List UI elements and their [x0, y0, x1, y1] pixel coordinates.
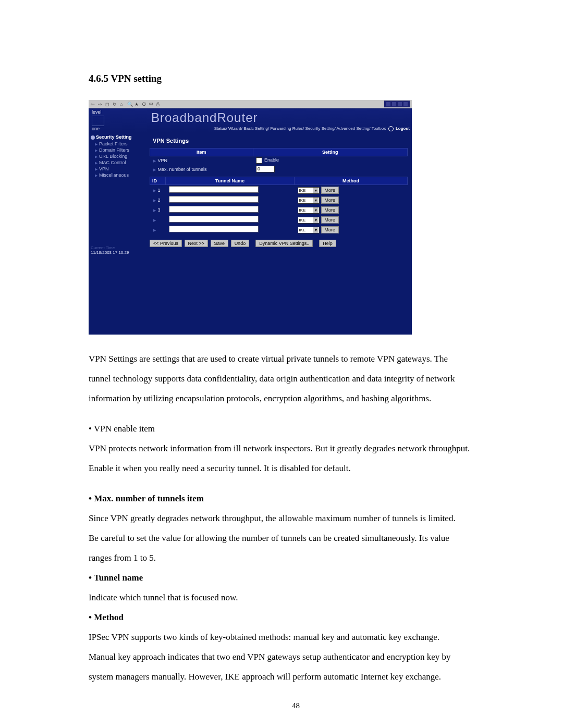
- history-icon[interactable]: ⏱: [142, 102, 147, 107]
- row-arrow-icon: ▶: [153, 208, 156, 212]
- row-arrow-icon: ▶: [153, 189, 156, 192]
- row-arrow-icon: ▶: [153, 199, 156, 202]
- body-line: IPSec VPN supports two kinds of key-obta…: [89, 628, 503, 646]
- more-button[interactable]: More: [321, 196, 339, 204]
- document-page: 4.6.5 VPN setting ⇦ ⇨ ◻ ↻ ⌂ 🔍 ★ ⏱ ✉ ⎙: [0, 0, 563, 728]
- tunnel-row: ▶ IKEMore: [150, 215, 408, 225]
- nav-forwarding[interactable]: Forwarding Rules/: [270, 126, 304, 131]
- logout-radio-icon[interactable]: [388, 126, 394, 131]
- next-button[interactable]: Next >>: [185, 240, 209, 247]
- intro-line: information by utilizing encapsulation p…: [89, 390, 503, 408]
- flag-icon: [386, 102, 390, 106]
- col-item: Item: [150, 149, 253, 156]
- col-id: ID: [150, 177, 166, 185]
- max-tunnels-input[interactable]: 0: [256, 166, 275, 172]
- bullet-method: • Method: [89, 609, 503, 626]
- section-title-text: VPN setting: [111, 73, 162, 84]
- logo: level one: [92, 109, 104, 131]
- dynamic-vpn-button[interactable]: Dynamic VPN Settings..: [255, 240, 313, 247]
- mail-icon[interactable]: ✉: [149, 102, 154, 107]
- tunnels-table: ID Tunnel Name Method ▶1 IKEMore ▶2 IKEM…: [150, 177, 408, 235]
- sidebar-item-vpn[interactable]: ▶VPN: [95, 166, 145, 171]
- method-select[interactable]: IKE: [298, 207, 320, 214]
- method-select[interactable]: IKE: [298, 187, 320, 194]
- save-button[interactable]: Save: [211, 240, 229, 247]
- body-line: Enable it when you really need a securit…: [89, 460, 503, 477]
- top-nav: Status/ Wizard/ Basic Setting/ Forwardin…: [214, 126, 410, 131]
- more-button[interactable]: More: [321, 187, 339, 194]
- tunnel-name-input[interactable]: [169, 216, 259, 223]
- chevron-icon: ▶: [95, 142, 97, 146]
- sidebar-item-url-blocking[interactable]: ▶URL Blocking: [95, 154, 145, 159]
- sidebar-item-label: Miscellaneous: [99, 172, 129, 178]
- method-select[interactable]: IKE: [298, 197, 320, 204]
- home-icon[interactable]: ⌂: [120, 102, 125, 107]
- row-vpn: ▶VPN Enable: [150, 156, 408, 165]
- search-icon[interactable]: 🔍: [127, 102, 132, 107]
- sidebar-item-label: Packet Filters: [99, 141, 128, 146]
- button-bar: << Previous Next >> Save Undo Dynamic VP…: [150, 240, 408, 247]
- logo-box-icon: [92, 116, 104, 126]
- tunnel-id: 2: [158, 198, 161, 203]
- sidebar-item-miscellaneous[interactable]: ▶Miscellaneous: [95, 172, 145, 178]
- more-button[interactable]: More: [321, 206, 339, 214]
- nav-security[interactable]: Security Setting/: [305, 126, 336, 131]
- router-body: Security Setting ▶Packet Filters ▶Domain…: [89, 132, 412, 335]
- minimize-icon[interactable]: [392, 102, 396, 106]
- more-button[interactable]: More: [321, 216, 339, 224]
- nav-basic[interactable]: Basic Setting/: [243, 126, 269, 131]
- close-icon[interactable]: [403, 102, 408, 106]
- nav-status[interactable]: Status/: [214, 126, 227, 131]
- chevron-icon: ▶: [95, 155, 97, 158]
- favorites-icon[interactable]: ★: [134, 102, 140, 107]
- vpn-enable-checkbox[interactable]: [256, 157, 262, 164]
- current-time-label: Current Time: [91, 245, 145, 250]
- row-max-tunnels: ▶Max. number of tunnels 0: [150, 165, 408, 174]
- stop-icon[interactable]: ◻: [105, 102, 111, 107]
- sidebar-item-label: Domain Filters: [99, 147, 129, 153]
- body-text: VPN Settings are settings that are used …: [89, 350, 503, 686]
- page-number: 48: [89, 701, 503, 710]
- maximize-icon[interactable]: [398, 102, 402, 106]
- more-button[interactable]: More: [321, 226, 339, 233]
- intro-line: tunnel technology supports data confiden…: [89, 370, 503, 388]
- body-line: Since VPN greatly degrades network throu…: [89, 510, 503, 527]
- undo-button[interactable]: Undo: [231, 240, 250, 247]
- nav-logout[interactable]: Logout: [396, 126, 410, 131]
- col-method: Method: [295, 177, 408, 185]
- window-control-bar: [384, 101, 410, 107]
- nav-toolbox[interactable]: Toolbox: [372, 126, 386, 131]
- sidebar-item-mac-control[interactable]: ▶MAC Control: [95, 160, 145, 165]
- page-title: VPN Settings: [153, 138, 408, 144]
- chevron-icon: ▶: [95, 167, 97, 171]
- nav-wizard[interactable]: Wizard/: [228, 126, 242, 131]
- body-line: system managers manually. However, IKE a…: [89, 668, 503, 686]
- sidebar-item-domain-filters[interactable]: ▶Domain Filters: [95, 147, 145, 153]
- row-arrow-icon: ▶: [153, 228, 156, 232]
- sidebar-item-label: VPN: [99, 166, 109, 171]
- settings-table: Item Setting ▶VPN Enable ▶Max. number of…: [150, 148, 408, 174]
- help-button[interactable]: Help: [319, 240, 336, 247]
- back-icon[interactable]: ⇦: [91, 102, 96, 107]
- main-panel: VPN Settings Item Setting ▶VPN Enable ▶M…: [148, 132, 412, 335]
- sidebar-category[interactable]: Security Setting: [91, 134, 145, 140]
- tunnel-row: ▶ IKEMore: [150, 225, 408, 235]
- nav-advanced[interactable]: Advanced Setting/: [337, 126, 371, 131]
- sidebar-item-packet-filters[interactable]: ▶Packet Filters: [95, 141, 145, 146]
- browser-toolbar: ⇦ ⇨ ◻ ↻ ⌂ 🔍 ★ ⏱ ✉ ⎙: [89, 100, 412, 108]
- tunnel-name-input[interactable]: [169, 186, 259, 193]
- tunnel-name-input[interactable]: [169, 206, 259, 213]
- refresh-icon[interactable]: ↻: [113, 102, 118, 107]
- tunnel-name-input[interactable]: [169, 196, 259, 203]
- forward-icon[interactable]: ⇨: [98, 102, 103, 107]
- previous-button[interactable]: << Previous: [150, 240, 182, 247]
- print-icon[interactable]: ⎙: [156, 102, 162, 107]
- tunnel-row: ▶3 IKEMore: [150, 205, 408, 215]
- row-arrow-icon: ▶: [153, 159, 156, 163]
- sidebar-category-label: Security Setting: [96, 134, 132, 140]
- method-select[interactable]: IKE: [298, 217, 320, 224]
- body-line: ranges from 1 to 5.: [89, 549, 503, 567]
- method-select[interactable]: IKE: [298, 227, 320, 233]
- tunnel-name-input[interactable]: [169, 226, 259, 232]
- row-arrow-icon: ▶: [153, 218, 156, 222]
